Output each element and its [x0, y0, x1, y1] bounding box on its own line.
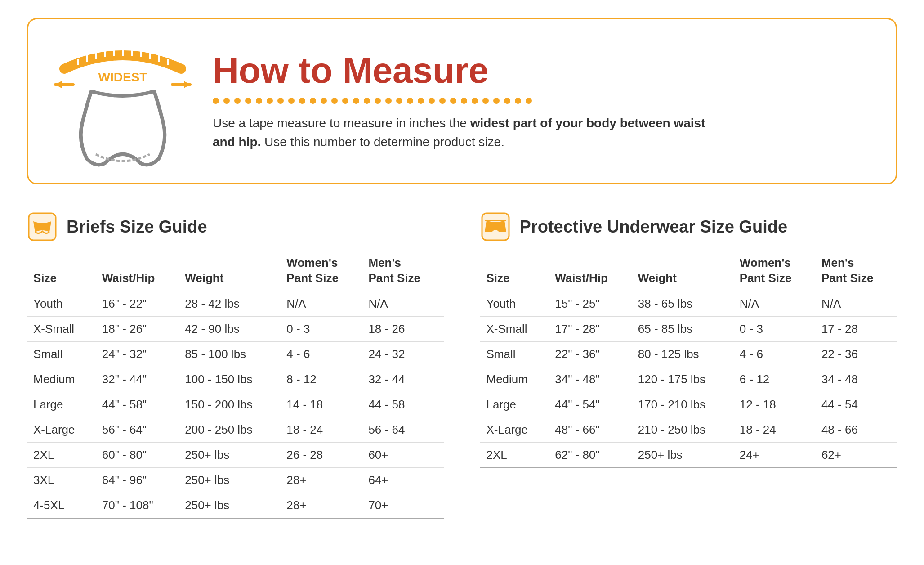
table-cell: 65 - 85 lbs — [632, 316, 733, 341]
table-row: 4-5XL70" - 108"250+ lbs28+70+ — [27, 493, 444, 518]
underwear-size-guide: Protective Underwear Size Guide SizeWais… — [480, 211, 897, 519]
table-cell: N/A — [280, 291, 362, 317]
table-cell: 4 - 6 — [280, 341, 362, 367]
table-cell: N/A — [362, 291, 444, 317]
table-cell: 22" - 36" — [549, 341, 631, 367]
table-cell: 70+ — [362, 493, 444, 518]
table-header-2: Weight — [179, 251, 280, 291]
table-cell: 34" - 48" — [549, 367, 631, 392]
guides-section: Briefs Size Guide SizeWaist/HipWeightWom… — [27, 211, 897, 519]
table-cell: 12 - 18 — [733, 392, 815, 417]
table-cell: 32 - 44 — [362, 367, 444, 392]
svg-marker-14 — [184, 81, 190, 88]
page-title: How to Measure — [213, 51, 873, 90]
table-cell: 56" - 64" — [96, 417, 179, 442]
table-cell: 0 - 3 — [733, 316, 815, 341]
table-cell: 3XL — [27, 467, 96, 493]
table-cell: 6 - 12 — [733, 367, 815, 392]
table-cell: Youth — [480, 291, 549, 317]
table-header-4: Men'sPant Size — [362, 251, 444, 291]
dot — [353, 98, 359, 104]
table-cell: 210 - 250 lbs — [632, 417, 733, 442]
table-cell: X-Small — [27, 316, 96, 341]
table-cell: 18" - 26" — [96, 316, 179, 341]
table-cell: 44 - 54 — [815, 392, 897, 417]
dot — [396, 98, 402, 104]
table-cell: Medium — [480, 367, 549, 392]
underwear-table: SizeWaist/HipWeightWomen'sPant SizeMen's… — [480, 251, 897, 468]
table-cell: 28+ — [280, 467, 362, 493]
table-cell: 28 - 42 lbs — [179, 291, 280, 317]
table-cell: 48 - 66 — [815, 417, 897, 442]
dot — [234, 98, 241, 104]
table-cell: 250+ lbs — [179, 493, 280, 518]
table-cell: 44 - 58 — [362, 392, 444, 417]
dot — [364, 98, 370, 104]
dot — [526, 98, 532, 104]
table-cell: 4-5XL — [27, 493, 96, 518]
table-cell: 38 - 65 lbs — [632, 291, 733, 317]
underwear-guide-title: Protective Underwear Size Guide — [520, 217, 788, 237]
table-row: 3XL64" - 96"250+ lbs28+64+ — [27, 467, 444, 493]
table-row: Small22" - 36"80 - 125 lbs4 - 622 - 36 — [480, 341, 897, 367]
table-cell: Small — [480, 341, 549, 367]
table-cell: 80 - 125 lbs — [632, 341, 733, 367]
header-box: WIDEST How to Measure Use a tape measure… — [27, 18, 897, 184]
dot — [375, 98, 381, 104]
dot — [245, 98, 251, 104]
table-header-3: Women'sPant Size — [280, 251, 362, 291]
table-header-0: Size — [27, 251, 96, 291]
table-cell: 4 - 6 — [733, 341, 815, 367]
table-cell: 200 - 250 lbs — [179, 417, 280, 442]
table-row: Youth15" - 25"38 - 65 lbsN/AN/A — [480, 291, 897, 317]
table-cell: 250+ lbs — [179, 467, 280, 493]
table-cell: 56 - 64 — [362, 417, 444, 442]
briefs-table: SizeWaist/HipWeightWomen'sPant SizeMen's… — [27, 251, 444, 519]
table-cell: 60+ — [362, 442, 444, 467]
briefs-guide-title: Briefs Size Guide — [67, 217, 207, 237]
table-cell: 0 - 3 — [280, 316, 362, 341]
dot — [461, 98, 467, 104]
underwear-guide-header: Protective Underwear Size Guide — [480, 211, 897, 242]
table-cell: 62" - 80" — [549, 442, 631, 468]
table-cell: 34 - 48 — [815, 367, 897, 392]
table-cell: 64" - 96" — [96, 467, 179, 493]
dot — [515, 98, 521, 104]
table-cell: 64+ — [362, 467, 444, 493]
dot — [321, 98, 327, 104]
dot — [472, 98, 478, 104]
table-cell: X-Large — [480, 417, 549, 442]
table-cell: Large — [27, 392, 96, 417]
table-cell: 85 - 100 lbs — [179, 341, 280, 367]
table-cell: 60" - 80" — [96, 442, 179, 467]
table-cell: 14 - 18 — [280, 392, 362, 417]
table-cell: 70" - 108" — [96, 493, 179, 518]
table-cell: Medium — [27, 367, 96, 392]
table-cell: 26 - 28 — [280, 442, 362, 467]
table-cell: 150 - 200 lbs — [179, 392, 280, 417]
table-cell: Small — [27, 341, 96, 367]
table-cell: 120 - 175 lbs — [632, 367, 733, 392]
table-row: Medium32" - 44"100 - 150 lbs8 - 1232 - 4… — [27, 367, 444, 392]
table-row: Large44" - 54"170 - 210 lbs12 - 1844 - 5… — [480, 392, 897, 417]
description-end: Use this number to determine product siz… — [261, 135, 504, 149]
table-cell: 18 - 24 — [733, 417, 815, 442]
table-cell: 22 - 36 — [815, 341, 897, 367]
briefs-size-guide: Briefs Size Guide SizeWaist/HipWeightWom… — [27, 211, 444, 519]
dotted-divider — [213, 98, 873, 104]
svg-text:WIDEST: WIDEST — [98, 70, 147, 84]
table-cell: 24" - 32" — [96, 341, 179, 367]
table-cell: X-Large — [27, 417, 96, 442]
dot — [223, 98, 230, 104]
table-cell: N/A — [733, 291, 815, 317]
table-cell: Youth — [27, 291, 96, 317]
table-cell: 100 - 150 lbs — [179, 367, 280, 392]
table-cell: 16" - 22" — [96, 291, 179, 317]
table-cell: N/A — [815, 291, 897, 317]
table-cell: 24+ — [733, 442, 815, 468]
dot — [407, 98, 413, 104]
table-row: 2XL62" - 80"250+ lbs24+62+ — [480, 442, 897, 468]
dot — [482, 98, 489, 104]
header-description: Use a tape measure to measure in inches … — [213, 114, 707, 152]
table-cell: X-Small — [480, 316, 549, 341]
